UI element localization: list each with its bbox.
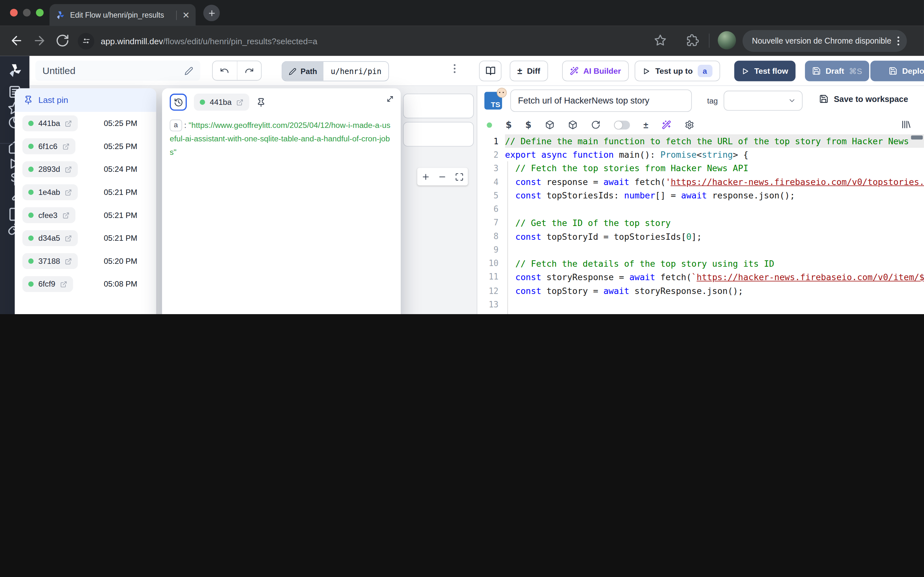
pin-chip[interactable]: 6fcf9 (23, 276, 73, 292)
pin-chip[interactable]: 1e4ab (23, 184, 78, 200)
flow-path-chip[interactable]: Path u/henri/pin (282, 61, 389, 81)
undo-redo-group (212, 61, 262, 81)
external-link-icon[interactable] (65, 235, 72, 242)
browser-menu-icon[interactable] (897, 37, 899, 45)
code-line[interactable]: 10 // Fetch the details of the top story… (477, 257, 924, 270)
tag-select[interactable] (724, 91, 803, 111)
zoom-out-icon[interactable] (438, 172, 447, 181)
expand-popup-icon[interactable] (386, 95, 394, 103)
draft-button[interactable]: Draft ⌘S (805, 61, 869, 81)
bookmark-star-icon[interactable] (654, 34, 667, 47)
pin-row[interactable]: 441ba05:25 PM (15, 112, 156, 135)
macos-minimize-button[interactable] (23, 9, 31, 17)
external-link-icon[interactable] (65, 120, 72, 127)
code-line[interactable]: 6 (477, 202, 924, 216)
deploy-button[interactable]: Deploy (871, 61, 924, 81)
toolbar-more-menu-icon[interactable] (454, 64, 456, 73)
pin-chip[interactable]: 441ba (23, 115, 78, 131)
pin-time: 05:20 PM (103, 257, 137, 266)
status-dot-icon (28, 167, 34, 172)
history-toggle-button[interactable] (170, 93, 187, 111)
code-line[interactable]: 12 const topStory = await storyResponse.… (477, 284, 924, 297)
external-link-icon[interactable] (65, 166, 72, 173)
external-link-icon[interactable] (236, 99, 243, 106)
external-link-icon[interactable] (62, 143, 69, 150)
package-icon[interactable] (568, 120, 577, 129)
external-link-icon[interactable] (62, 211, 69, 219)
pencil-icon (289, 67, 296, 75)
plus-icon (207, 9, 216, 18)
diff-mode-toggle[interactable] (614, 121, 630, 129)
windmill-logo-icon[interactable] (7, 63, 23, 79)
back-icon[interactable] (9, 34, 23, 48)
package-icon[interactable] (545, 120, 554, 129)
site-info-icon[interactable] (78, 33, 94, 49)
pin-row[interactable]: 1e4ab05:21 PM (15, 181, 156, 204)
editor-settings-gear-icon[interactable] (685, 120, 694, 129)
pin-icon[interactable] (256, 97, 266, 107)
popup-pin-chip[interactable]: 441ba (194, 93, 249, 111)
zoom-in-icon[interactable] (421, 172, 430, 181)
pin-row[interactable]: 6f1c605:25 PM (15, 135, 156, 158)
test-up-to-button[interactable]: Test up to a (635, 61, 720, 81)
status-dot-icon (200, 99, 205, 105)
test-flow-button[interactable]: Test flow (734, 61, 795, 81)
pin-row[interactable]: 2893d05:24 PM (15, 158, 156, 181)
chrome-update-button[interactable]: Nouvelle version de Chrome disponible (742, 30, 907, 52)
pin-row[interactable]: 3718805:20 PM (15, 250, 156, 273)
pin-chip[interactable]: 6f1c6 (23, 139, 75, 155)
redo-button[interactable] (236, 61, 261, 80)
tab-close-icon[interactable]: ✕ (182, 11, 190, 19)
flow-name-input[interactable]: Untitled (35, 61, 200, 81)
code-line[interactable]: 1// Define the main function to fetch th… (477, 134, 924, 148)
reload-script-icon[interactable] (591, 120, 600, 129)
library-icon[interactable] (901, 119, 911, 129)
flow-node-partial[interactable] (403, 122, 473, 147)
code-line[interactable]: 5 const topStoriesIds: number[] = await … (477, 189, 924, 202)
code-line[interactable]: 3 // Fetch the top stories from Hacker N… (477, 161, 924, 175)
pin-chip[interactable]: d34a5 (23, 230, 78, 246)
external-link-icon[interactable] (65, 258, 72, 265)
line-number: 2 (477, 150, 505, 159)
code-line[interactable]: 2export async function main(): Promise<s… (477, 148, 924, 161)
pin-row[interactable]: cfee305:21 PM (15, 203, 156, 227)
new-tab-button[interactable] (204, 5, 220, 21)
code-line[interactable]: 8 const topStoryId = topStoriesIds[0]; (477, 229, 924, 243)
pin-chip[interactable]: 37188 (23, 253, 78, 269)
external-link-icon[interactable] (65, 189, 72, 196)
save-to-workspace-button[interactable]: Save to workspace (819, 94, 908, 103)
code-line[interactable]: 14 // Return the URL of the top story (477, 311, 924, 314)
pin-row[interactable]: d34a505:21 PM (15, 227, 156, 250)
code-line[interactable]: 7 // Get the ID of the top story (477, 216, 924, 229)
code-line[interactable]: 11 const storyResponse = await fetch(`ht… (477, 270, 924, 284)
macos-close-button[interactable] (10, 9, 18, 17)
pin-chip[interactable]: 2893d (23, 161, 78, 177)
external-link-icon[interactable] (60, 280, 67, 287)
flow-node-partial[interactable] (403, 93, 473, 118)
undo-button[interactable] (213, 61, 236, 80)
fit-view-icon[interactable] (455, 172, 464, 181)
variables-icon[interactable]: $ (506, 119, 512, 130)
diff-button[interactable]: ± Diff (510, 61, 548, 81)
code-line[interactable]: 4 const response = await fetch('https://… (477, 175, 924, 189)
ai-magic-wand-icon[interactable] (662, 120, 671, 129)
browser-tab[interactable]: Edit Flow u/henri/pin_results ✕ (49, 4, 196, 26)
extensions-puzzle-icon[interactable] (687, 34, 699, 47)
profile-avatar[interactable] (718, 31, 736, 49)
reload-icon[interactable] (55, 34, 69, 48)
code-editor[interactable]: 1// Define the main function to fetch th… (477, 134, 924, 314)
ai-builder-button[interactable]: AI Builder (562, 61, 628, 81)
minimap-slider[interactable] (911, 135, 923, 139)
pin-chip[interactable]: cfee3 (23, 207, 75, 223)
path-value[interactable]: u/henri/pin (324, 62, 389, 81)
macos-zoom-button[interactable] (36, 9, 44, 17)
plus-minus-icon[interactable]: ± (643, 120, 648, 130)
docs-book-button[interactable] (479, 61, 501, 81)
forward-icon[interactable] (32, 34, 47, 48)
step-summary-input[interactable]: Fetch url of HackerNews top story (510, 89, 692, 112)
pin-row[interactable]: 6fcf905:08 PM (15, 272, 156, 295)
resources-icon[interactable]: $ (525, 119, 531, 130)
code-line[interactable]: 13 (477, 298, 924, 311)
code-line[interactable]: 9 (477, 243, 924, 256)
last-pin-title: Last pin (38, 95, 68, 105)
